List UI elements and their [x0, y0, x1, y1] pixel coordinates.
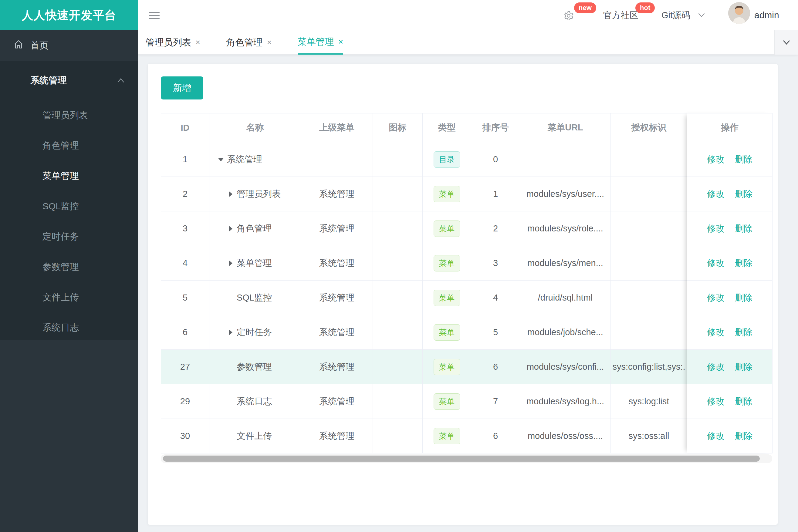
- cell-name: 定时任务: [209, 315, 301, 350]
- cell-name: 管理员列表: [209, 177, 301, 211]
- edit-link[interactable]: 修改: [707, 224, 725, 233]
- username[interactable]: admin: [754, 0, 779, 30]
- cell-name: 参数管理: [209, 350, 301, 384]
- tab[interactable]: 管理员列表×: [146, 30, 200, 55]
- edit-link[interactable]: 修改: [707, 154, 725, 164]
- tab-close-icon[interactable]: ×: [196, 38, 200, 47]
- delete-link[interactable]: 删除: [735, 396, 753, 406]
- cell-parent-menu: [301, 142, 373, 177]
- delete-link[interactable]: 删除: [735, 431, 753, 441]
- edit-link[interactable]: 修改: [707, 396, 725, 406]
- cell-auth: [611, 211, 687, 246]
- cell-type: 目录: [423, 142, 471, 177]
- type-badge: 菜单: [433, 428, 460, 444]
- add-button[interactable]: 新增: [161, 76, 203, 99]
- column-header: 排序号: [471, 113, 520, 142]
- expand-icon[interactable]: [228, 260, 233, 266]
- delete-link[interactable]: 删除: [735, 224, 753, 233]
- sidebar: 首页 系统管理 管理员列表角色管理菜单管理SQL监控定时任务参数管理文件上传系统…: [0, 30, 138, 532]
- delete-link[interactable]: 删除: [735, 189, 753, 199]
- edit-link[interactable]: 修改: [707, 258, 725, 268]
- cell-parent-menu: 系统管理: [301, 384, 373, 419]
- cell-auth: [611, 142, 687, 177]
- home-icon: [13, 39, 24, 50]
- cell-auth: sys:log:list: [611, 384, 687, 419]
- type-badge: 菜单: [433, 324, 460, 341]
- cell-name: SQL监控: [209, 281, 301, 315]
- expand-icon[interactable]: [228, 191, 233, 197]
- delete-link[interactable]: 删除: [735, 293, 753, 302]
- sidebar-toggle-button[interactable]: [149, 10, 161, 21]
- expand-icon[interactable]: [228, 329, 233, 336]
- menu-name: 参数管理: [237, 361, 272, 373]
- cell-icon: [373, 419, 423, 453]
- sidebar-item-home[interactable]: 首页: [0, 30, 138, 61]
- name-inner: 菜单管理: [209, 257, 301, 269]
- menu-name: SQL监控: [237, 292, 272, 304]
- hot-badge: hot: [635, 2, 655, 13]
- menu-name: 定时任务: [237, 326, 272, 339]
- tab[interactable]: 菜单管理×: [298, 30, 343, 55]
- cell-order: 1: [471, 177, 520, 211]
- horizontal-scrollbar: [161, 454, 772, 463]
- sidebar-item[interactable]: SQL监控: [0, 191, 138, 222]
- sidebar-item[interactable]: 菜单管理: [0, 161, 138, 191]
- edit-link[interactable]: 修改: [707, 431, 725, 441]
- type-badge: 菜单: [433, 290, 460, 306]
- tab-close-icon[interactable]: ×: [338, 38, 343, 46]
- type-badge: 目录: [433, 151, 460, 168]
- sidebar-item[interactable]: 文件上传: [0, 282, 138, 312]
- tab-label: 角色管理: [226, 30, 262, 55]
- expand-icon[interactable]: [228, 226, 233, 232]
- tab-label: 管理员列表: [146, 30, 191, 55]
- tab[interactable]: 角色管理×: [226, 30, 272, 55]
- cell-menu-url: modules/sys/role....: [520, 211, 611, 246]
- cell-order: 2: [471, 211, 520, 246]
- caret-glyph: [229, 260, 233, 266]
- delete-link[interactable]: 删除: [735, 258, 753, 268]
- chevron-up-icon: [116, 77, 125, 83]
- table-body: 1系统管理目录0修改删除2管理员列表系统管理菜单1modules/sys/use…: [161, 142, 773, 453]
- community-link[interactable]: 官方社区: [603, 0, 638, 30]
- type-badge: 菜单: [433, 221, 460, 237]
- top-header: 人人快速开发平台 new 官方社区 hot Git源码: [0, 0, 798, 30]
- sidebar-group-toggle[interactable]: 系统管理: [0, 61, 138, 100]
- cell-name: 系统管理: [209, 142, 301, 177]
- sidebar-item[interactable]: 定时任务: [0, 222, 138, 252]
- table-row: 27参数管理系统管理菜单6modules/sys/confi...sys:con…: [161, 350, 773, 384]
- cell-parent-menu: 系统管理: [301, 419, 373, 453]
- menu-name: 系统日志: [237, 396, 272, 407]
- cell-icon: [373, 350, 423, 384]
- cell-id: 1: [161, 142, 209, 177]
- sidebar-item[interactable]: 角色管理: [0, 130, 138, 161]
- tab-close-icon[interactable]: ×: [267, 38, 272, 47]
- edit-link[interactable]: 修改: [707, 293, 725, 302]
- cell-order: 3: [471, 246, 520, 281]
- cell-order: 7: [471, 384, 520, 419]
- cell-auth: [611, 281, 687, 315]
- settings-button[interactable]: [563, 10, 574, 21]
- git-source-link[interactable]: Git源码: [662, 0, 690, 30]
- tabs-dropdown-button[interactable]: [774, 30, 798, 55]
- sidebar-item[interactable]: 系统日志: [0, 312, 138, 343]
- edit-link[interactable]: 修改: [707, 327, 725, 337]
- name-inner: SQL监控: [209, 292, 301, 304]
- column-header: 菜单URL: [520, 113, 611, 142]
- collapse-icon[interactable]: [219, 158, 223, 162]
- cell-icon: [373, 177, 423, 211]
- cell-menu-url: modules/sys/men...: [520, 246, 611, 281]
- edit-link[interactable]: 修改: [707, 362, 725, 372]
- cell-icon: [373, 211, 423, 246]
- sidebar-item[interactable]: 管理员列表: [0, 100, 138, 130]
- delete-link[interactable]: 删除: [735, 154, 753, 164]
- avatar[interactable]: [728, 2, 750, 24]
- chevron-down-icon[interactable]: [697, 12, 706, 18]
- sidebar-item[interactable]: 参数管理: [0, 252, 138, 282]
- delete-link[interactable]: 删除: [735, 362, 753, 372]
- scrollbar-thumb[interactable]: [163, 456, 760, 462]
- table-row: 2管理员列表系统管理菜单1modules/sys/user....修改删除: [161, 177, 773, 211]
- delete-link[interactable]: 删除: [735, 327, 753, 337]
- cell-operations: 修改删除: [687, 211, 773, 246]
- edit-link[interactable]: 修改: [707, 189, 725, 199]
- cell-parent-menu: 系统管理: [301, 281, 373, 315]
